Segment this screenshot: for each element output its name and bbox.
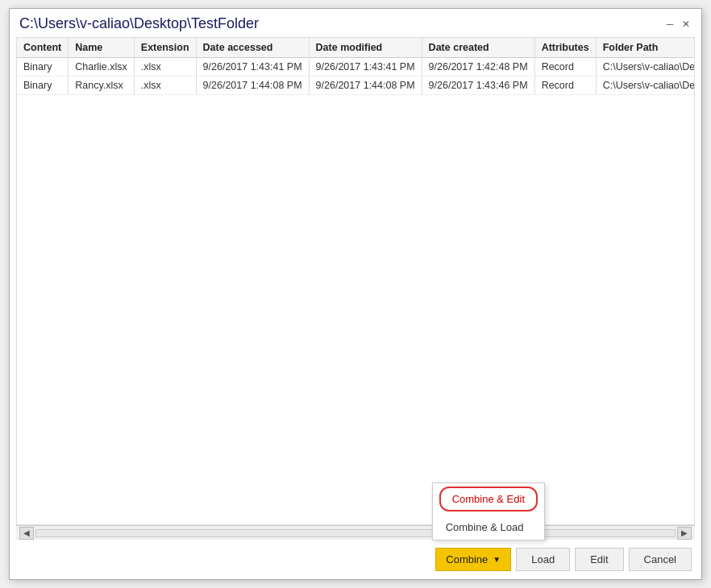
title-bar: C:\Users\v-caliao\Desktop\TestFolder ─ ✕	[10, 9, 701, 37]
col-header-extension: Extension	[134, 38, 196, 58]
table-row[interactable]: BinaryRancy.xlsx.xlsx9/26/2017 1:44:08 P…	[17, 77, 694, 95]
data-table: Content Name Extension Date accessed Dat…	[17, 38, 694, 95]
table-scroll-area[interactable]: Content Name Extension Date accessed Dat…	[17, 38, 694, 524]
col-header-attributes: Attributes	[534, 38, 596, 58]
col-header-folder-path: Folder Path	[596, 38, 694, 58]
main-window: C:\Users\v-caliao\Desktop\TestFolder ─ ✕…	[9, 8, 702, 580]
table-container: Content Name Extension Date accessed Dat…	[16, 37, 695, 525]
table-cell: .xlsx	[134, 58, 196, 77]
col-header-date-created: Date created	[422, 38, 534, 58]
table-cell: Binary	[17, 58, 69, 77]
table-cell: 9/26/2017 1:43:41 PM	[196, 58, 309, 77]
window-title: C:\Users\v-caliao\Desktop\TestFolder	[19, 15, 259, 32]
combine-label: Combine	[446, 553, 488, 565]
combine-button[interactable]: Combine ▼	[435, 548, 511, 571]
window-controls: ─ ✕	[664, 19, 692, 30]
table-cell: 9/26/2017 1:43:41 PM	[309, 58, 422, 77]
table-cell: Record	[534, 58, 596, 77]
table-cell: Charlie.xlsx	[69, 58, 135, 77]
combine-dropdown-arrow: ▼	[493, 555, 501, 564]
col-header-content: Content	[17, 38, 69, 58]
table-cell: .xlsx	[134, 77, 196, 95]
col-header-date-accessed: Date accessed	[196, 38, 309, 58]
minimize-button[interactable]: ─	[664, 19, 676, 30]
table-row[interactable]: BinaryCharlie.xlsx.xlsx9/26/2017 1:43:41…	[17, 58, 694, 77]
combine-load-item[interactable]: Combine & Load	[433, 515, 544, 540]
combine-edit-item[interactable]: Combine & Edit	[439, 487, 538, 511]
edit-button[interactable]: Edit	[575, 548, 623, 571]
table-cell: 9/26/2017 1:44:08 PM	[196, 77, 309, 95]
table-cell: Binary	[17, 77, 69, 95]
table-cell: Rancy.xlsx	[69, 77, 135, 95]
table-cell: 9/26/2017 1:42:48 PM	[422, 58, 534, 77]
cancel-button[interactable]: Cancel	[629, 548, 692, 571]
table-cell: C:\Users\v-caliao\Desktop\TestFold...	[596, 58, 694, 77]
scroll-left-button[interactable]: ◀	[19, 527, 34, 540]
scroll-right-button[interactable]: ▶	[677, 527, 692, 540]
table-header-row: Content Name Extension Date accessed Dat…	[17, 38, 694, 58]
table-cell: 9/26/2017 1:43:46 PM	[422, 77, 534, 95]
combine-dropdown-menu: Combine & Edit Combine & Load	[432, 482, 545, 540]
table-cell: C:\Users\v-caliao\Desktop\TestFold...	[596, 77, 694, 95]
close-button[interactable]: ✕	[680, 19, 692, 30]
col-header-date-modified: Date modified	[309, 38, 422, 58]
table-cell: 9/26/2017 1:44:08 PM	[309, 77, 422, 95]
table-cell: Record	[534, 77, 596, 95]
col-header-name: Name	[69, 38, 135, 58]
footer: Combine & Edit Combine & Load Combine ▼ …	[10, 540, 701, 579]
scroll-track[interactable]	[35, 529, 676, 537]
horizontal-scrollbar[interactable]: ◀ ▶	[16, 525, 695, 540]
load-button[interactable]: Load	[516, 548, 570, 571]
